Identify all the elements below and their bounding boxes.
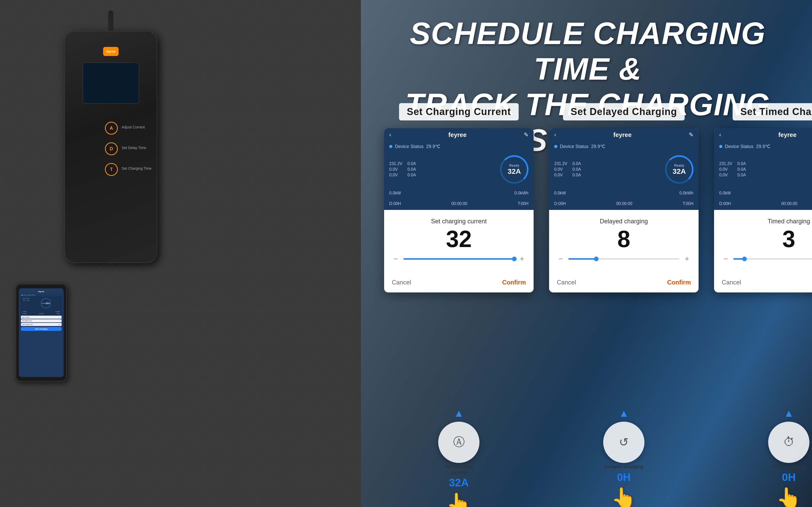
voltage-grid-0: 231.2V 0.0A 0.0V 0.0A 0.0V 0.0A xyxy=(389,161,416,177)
charger-btn-a[interactable]: A xyxy=(105,122,118,134)
circle-icon-0: Ⓐ xyxy=(438,421,480,463)
voltage-grid-1: 231.2V 0.0A 0.0V 0.0A 0.0V 0.0A xyxy=(554,161,581,177)
slider-track-1[interactable] xyxy=(568,258,679,260)
panel-group-2: Set Timed Charging ‹ feyree ✎ Device Sta… xyxy=(714,103,812,292)
a3-2: 0.0A xyxy=(738,173,746,177)
d-2: D:00H xyxy=(719,202,731,206)
status-text-2: Device Status xyxy=(725,144,753,149)
app-topbar-1: ‹ feyree ✎ xyxy=(549,128,699,142)
modal-actions-1: Cancel Confirm xyxy=(549,275,699,292)
circle-symbol-1: ↺ xyxy=(619,435,629,449)
cancel-btn-2[interactable]: Cancel xyxy=(722,279,741,286)
hex-pattern xyxy=(0,0,361,507)
modal-title-1: Delayed charging xyxy=(557,218,691,225)
phone-a2: 0.0A xyxy=(27,300,29,301)
back-icon-1[interactable]: ‹ xyxy=(554,131,556,138)
charger-screen xyxy=(82,62,139,104)
circle-icon-1: ↺ xyxy=(603,421,644,463)
app-window-1: ‹ feyree ✎ Device Status 29.9℃ 231.2V 0.… xyxy=(549,128,699,292)
cancel-btn-1[interactable]: Cancel xyxy=(557,279,576,286)
v3-1: 0.0V xyxy=(554,173,567,177)
confirm-btn-1[interactable]: Confirm xyxy=(667,279,691,286)
kwh-1: 0.0kWh xyxy=(680,191,693,195)
phone-v1: 231.2V xyxy=(23,298,27,299)
a1-0: 0.0A xyxy=(408,161,416,166)
kw-0: 0.0kW xyxy=(389,191,401,195)
app-title-0: feyree xyxy=(448,131,466,138)
hand-pointer-1: 👆 xyxy=(611,486,637,507)
slider-track-0[interactable] xyxy=(403,258,514,260)
app-topbar-0: ‹ feyree ✎ xyxy=(384,128,534,142)
modal-section-1: Delayed charging 8 − + xyxy=(549,210,699,275)
slider-plus-1[interactable]: + xyxy=(683,255,691,263)
phone-screen: feyree Device Status 29.9°C 231.2V2.5A 0… xyxy=(19,288,64,377)
temp-text-0: 29.9℃ xyxy=(426,144,440,149)
circle-label-1: Delayed charging xyxy=(605,464,643,470)
charger-logo: feyree xyxy=(103,47,119,56)
a1-2: 0.0A xyxy=(738,161,746,166)
phone-gauge: Ready 32A xyxy=(41,298,51,308)
charger-btn-d[interactable]: D xyxy=(105,143,118,155)
charger-btn-t[interactable]: T xyxy=(105,163,118,176)
v2-2: 0.0V xyxy=(719,167,732,172)
phone-status-text: Device Status 29.9°C xyxy=(23,294,36,296)
slider-minus-1[interactable]: − xyxy=(557,255,565,263)
slider-row-1: − + xyxy=(557,255,691,263)
cancel-btn-0[interactable]: Cancel xyxy=(392,279,411,286)
slider-track-2[interactable] xyxy=(733,258,812,260)
v2-0: 0.0V xyxy=(389,167,402,172)
circle-icon-2: ⏱ xyxy=(768,421,809,463)
bottom-stats2-2: D:00H 00:00:00 T:00H xyxy=(714,199,812,210)
panel-group-1: Set Delayed Charging ‹ feyree ✎ Device S… xyxy=(549,103,699,292)
back-icon-2[interactable]: ‹ xyxy=(719,131,721,138)
modal-value-2: 3 xyxy=(722,227,812,251)
phone-device: feyree Device Status 29.9°C 231.2V2.5A 0… xyxy=(15,284,67,382)
circle-group-1: ▲ ↺ Delayed charging 0H 👆 xyxy=(549,407,699,507)
phone-a1: 2.5A xyxy=(27,298,29,299)
app-window-0: ‹ feyree ✎ Device Status 29.9℃ 231.2V 0.… xyxy=(384,128,534,292)
back-icon-0[interactable]: ‹ xyxy=(389,131,391,138)
status-dot-2 xyxy=(719,145,722,148)
slider-minus-0[interactable]: − xyxy=(392,255,399,263)
edit-icon-1[interactable]: ✎ xyxy=(689,131,693,138)
kw-2: 0.0kW xyxy=(719,191,731,195)
time-2: 00:00:00 xyxy=(781,202,797,206)
modal-value-0: 32 xyxy=(392,227,526,251)
a1-1: 0.0A xyxy=(572,161,581,166)
phone-menu-set-current[interactable]: Set Current-- xyxy=(21,316,62,319)
slider-plus-0[interactable]: + xyxy=(518,255,526,263)
bottom-circles-container: ▲ Ⓐ Set chargingcurrent 32A 👆 ▲ ↺ Delaye… xyxy=(384,407,812,507)
a2-1: 0.0A xyxy=(572,167,581,172)
circle-arrow-0: ▲ xyxy=(454,407,464,419)
phone-menu-set-charge-time[interactable]: Set Charge Time0H xyxy=(21,323,62,326)
t-1: T:00H xyxy=(683,202,693,206)
panel-label-2: Set Timed Charging xyxy=(733,103,812,120)
charger-label-t: Set Charging Time xyxy=(122,166,151,170)
charger-device: feyree A Adjust Current D Set Delay Time… xyxy=(57,31,165,315)
a3-1: 0.0A xyxy=(572,173,581,177)
kw-1: 0.0kW xyxy=(554,191,566,195)
slider-minus-2[interactable]: − xyxy=(722,255,730,263)
title-line1: SCHEDULE CHARGING TIME & xyxy=(381,15,794,87)
phone-menu-set-delay[interactable]: Set Delay Time-- xyxy=(21,319,62,322)
phone-start-charging-btn[interactable]: Start Charging xyxy=(21,327,62,331)
t-0: T:00H xyxy=(518,202,528,206)
app-main-display-1: 231.2V 0.0A 0.0V 0.0A 0.0V 0.0A Ready 32… xyxy=(549,151,699,189)
app-main-display-2: 231.2V 0.0A 0.0V 0.0A 0.0V 0.0A Ready 32… xyxy=(714,151,812,189)
edit-icon-0[interactable]: ✎ xyxy=(524,131,528,138)
app-window-2: ‹ feyree ✎ Device Status 29.9℃ 231.2V 0.… xyxy=(714,128,812,292)
gauge-ring-1 xyxy=(665,155,693,184)
charger-body: feyree A Adjust Current D Set Delay Time… xyxy=(64,31,157,263)
background-left xyxy=(0,0,361,507)
confirm-btn-0[interactable]: Confirm xyxy=(502,279,526,286)
status-bar-0: Device Status 29.9℃ xyxy=(384,142,534,151)
hand-pointer-2: 👆 xyxy=(776,486,802,507)
v1-0: 231.2V xyxy=(389,161,402,166)
charger-label-a: Adjust Current xyxy=(122,125,145,129)
modal-title-0: Set charging current xyxy=(392,218,526,225)
gauge-1: Ready 32A xyxy=(665,155,693,184)
charger-label-d: Set Delay Time xyxy=(122,146,146,150)
status-text-0: Device Status xyxy=(395,144,424,149)
phone-app-name: feyree xyxy=(20,290,62,293)
status-text-1: Device Status xyxy=(560,144,588,149)
